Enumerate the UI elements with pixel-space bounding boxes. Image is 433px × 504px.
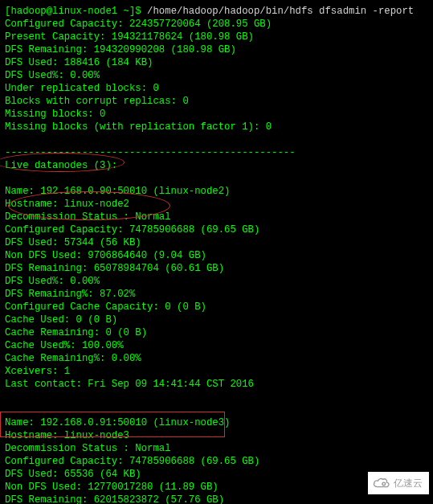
- output-line: Configured Capacity: 74785906688 (69.65 …: [5, 455, 428, 468]
- output-line: Cache Remaining%: 0.00%: [5, 352, 428, 365]
- command-line: [hadoop@linux-node1 ~]$ /home/hadoop/had…: [5, 5, 428, 18]
- command-text: /home/hadoop/hadoop/bin/hdfs dfsadmin -r…: [141, 6, 414, 17]
- output-line: Last contact: Fri Sep 09 14:41:44 CST 20…: [5, 378, 428, 391]
- svg-point-0: [382, 482, 386, 486]
- output-line: Configured Capacity: 224357720064 (208.9…: [5, 18, 428, 31]
- watermark-text: 亿速云: [394, 477, 423, 490]
- blank-line: [5, 172, 428, 185]
- blank-line: [5, 391, 428, 404]
- node-hostname: Hostname: linux-node2: [5, 198, 428, 211]
- output-line: DFS Used%: 0.00%: [5, 69, 428, 82]
- cloud-icon: [373, 476, 390, 490]
- live-datanodes-line: Live datanodes (3):: [5, 159, 428, 172]
- watermark: 亿速云: [368, 472, 429, 494]
- output-line: Cache Used%: 100.00%: [5, 339, 428, 352]
- output-line: DFS Used: 65536 (64 KB): [5, 468, 428, 481]
- output-line: DFS Used: 188416 (184 KB): [5, 56, 428, 69]
- node-decommission: Decommission Status : Normal: [5, 442, 428, 455]
- node-name: Name: 192.168.0.90:50010 (linux-node2): [5, 185, 428, 198]
- output-line: Cache Remaining: 0 (0 B): [5, 326, 428, 339]
- blank-line: [5, 404, 428, 416]
- output-line: Configured Cache Capacity: 0 (0 B): [5, 301, 428, 313]
- node-decommission: Decommission Status : Normal: [5, 211, 428, 223]
- output-line: Configured Capacity: 74785906688 (69.65 …: [5, 223, 428, 236]
- output-line: DFS Remaining: 194320990208 (180.98 GB): [5, 43, 428, 56]
- output-line: Missing blocks: 0: [5, 108, 428, 121]
- output-line: Under replicated blocks: 0: [5, 82, 428, 95]
- output-line: Missing blocks (with replication factor …: [5, 121, 428, 133]
- output-line: DFS Remaining: 65078984704 (60.61 GB): [5, 262, 428, 275]
- prompt: [hadoop@linux-node1 ~]$: [5, 6, 141, 17]
- output-line: DFS Remaining: 62015823872 (57.76 GB): [5, 494, 428, 504]
- blank-line: [5, 133, 428, 146]
- output-line: Cache Used: 0 (0 B): [5, 313, 428, 326]
- output-line: Present Capacity: 194321178624 (180.98 G…: [5, 31, 428, 43]
- output-line: Xceivers: 1: [5, 365, 428, 378]
- output-line: Blocks with corrupt replicas: 0: [5, 95, 428, 108]
- separator-line: ----------------------------------------…: [5, 146, 428, 159]
- node-name: Name: 192.168.0.91:50010 (linux-node3): [5, 416, 428, 429]
- output-line: DFS Used%: 0.00%: [5, 275, 428, 288]
- output-line: Non DFS Used: 12770017280 (11.89 GB): [5, 481, 428, 494]
- node-hostname: Hostname: linux-node3: [5, 429, 428, 442]
- output-line: DFS Used: 57344 (56 KB): [5, 236, 428, 249]
- output-line: Non DFS Used: 9706864640 (9.04 GB): [5, 249, 428, 262]
- output-line: DFS Remaining%: 87.02%: [5, 288, 428, 301]
